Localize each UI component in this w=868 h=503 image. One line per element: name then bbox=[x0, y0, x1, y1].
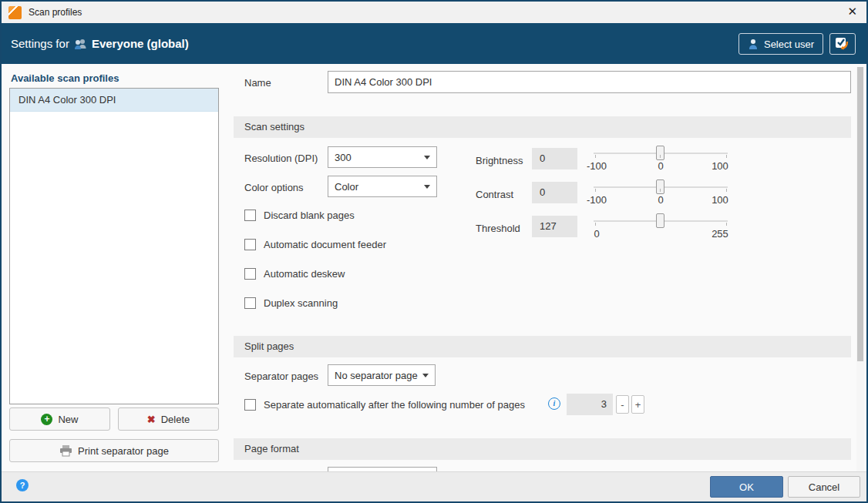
print-separator-label: Print separator page bbox=[78, 445, 169, 457]
contrast-value: 0 bbox=[532, 182, 577, 203]
apply-profile-button[interactable] bbox=[829, 33, 856, 55]
slider-tick bbox=[595, 189, 596, 192]
window-title: Scan profiles bbox=[29, 7, 82, 18]
settings-header: Settings for Everyone (global) Select us… bbox=[2, 23, 866, 64]
checkbox-row-automatic-deskew[interactable]: Automatic deskew bbox=[244, 268, 345, 280]
slider-tick bbox=[595, 223, 596, 226]
settings-for-text: Settings for Everyone (global) bbox=[11, 23, 189, 64]
slider-tick bbox=[595, 155, 596, 158]
slider-max-label: 100 bbox=[703, 160, 737, 172]
color-options-value: Color bbox=[335, 181, 358, 193]
new-profile-button[interactable]: + New bbox=[9, 407, 110, 431]
color-options-dropdown[interactable]: Color bbox=[328, 176, 437, 197]
split-pages-section-header: Split pages bbox=[234, 336, 851, 357]
close-icon[interactable]: ✕ bbox=[847, 5, 857, 18]
slider-min-label: 0 bbox=[580, 228, 614, 240]
title-bar: Scan profiles ✕ bbox=[2, 2, 866, 23]
brightness-label: Brightness bbox=[476, 155, 523, 166]
slider-max-label: 100 bbox=[703, 194, 737, 206]
checkbox-row-auto-separate[interactable]: Separate automatically after the followi… bbox=[244, 399, 525, 411]
delete-x-icon: ✖ bbox=[147, 414, 156, 425]
print-separator-button[interactable]: Print separator page bbox=[9, 439, 219, 462]
select-user-button[interactable]: Select user bbox=[738, 33, 823, 55]
resolution-value: 300 bbox=[335, 152, 352, 163]
slider-tick bbox=[726, 189, 727, 192]
group-users-icon bbox=[74, 39, 87, 49]
slider-tick bbox=[726, 155, 727, 158]
brightness-slider-handle[interactable] bbox=[656, 146, 664, 160]
checkbox-row-automatic-document-feeder[interactable]: Automatic document feeder bbox=[244, 239, 386, 250]
brightness-value: 0 bbox=[532, 148, 577, 169]
checkbox-label: Automatic document feeder bbox=[264, 239, 386, 250]
contrast-label: Contrast bbox=[476, 189, 513, 200]
checkbox-label: Automatic deskew bbox=[264, 268, 345, 280]
slider-min-label: -100 bbox=[580, 194, 614, 206]
separator-pages-value: No separator page bbox=[335, 370, 418, 381]
checkbox-box[interactable] bbox=[244, 268, 256, 280]
checkbox-box[interactable] bbox=[244, 399, 256, 411]
checkbox-box[interactable] bbox=[244, 297, 256, 309]
settings-for-label: Settings for bbox=[11, 37, 69, 50]
chevron-down-icon bbox=[424, 185, 430, 189]
help-icon[interactable]: ? bbox=[16, 479, 29, 491]
pages-decrement-button[interactable]: - bbox=[616, 395, 629, 414]
slider-mid-label: 0 bbox=[644, 160, 678, 172]
chevron-down-icon bbox=[422, 374, 429, 377]
pages-count-input[interactable]: 3 bbox=[567, 394, 613, 415]
separator-pages-dropdown[interactable]: No separator page bbox=[328, 364, 436, 386]
scrollbar-thumb[interactable] bbox=[857, 67, 863, 361]
select-user-label: Select user bbox=[764, 39, 814, 50]
delete-profile-button[interactable]: ✖ Delete bbox=[118, 407, 219, 431]
checkbox-row-duplex-scanning[interactable]: Duplex scanning bbox=[244, 297, 338, 309]
pages-increment-button[interactable]: + bbox=[631, 395, 644, 414]
slider-max-label: 255 bbox=[703, 228, 737, 240]
user-icon bbox=[748, 39, 759, 49]
threshold-value: 127 bbox=[532, 216, 577, 237]
dialog-footer: ? OK Cancel bbox=[2, 471, 866, 501]
checkbox-arrow-icon bbox=[835, 37, 850, 51]
available-profiles-title: Available scan profiles bbox=[11, 72, 119, 84]
slider-min-label: -100 bbox=[580, 160, 614, 172]
name-input[interactable] bbox=[328, 71, 851, 93]
slider-mid-label: 0 bbox=[644, 194, 678, 206]
chevron-down-icon bbox=[424, 156, 430, 159]
slider-tick bbox=[660, 189, 661, 192]
info-icon[interactable]: i bbox=[548, 397, 560, 410]
cancel-button[interactable]: Cancel bbox=[788, 476, 860, 498]
scan-settings-section-header: Scan settings bbox=[234, 116, 851, 138]
checkbox-label: Duplex scanning bbox=[264, 297, 338, 309]
app-logo-icon bbox=[8, 6, 22, 19]
auto-separate-label: Separate automatically after the followi… bbox=[264, 399, 525, 411]
threshold-label: Threshold bbox=[476, 223, 520, 234]
slider-tick bbox=[660, 155, 661, 158]
profile-list-item-selected[interactable]: DIN A4 Color 300 DPI bbox=[10, 89, 218, 112]
page-format-section-header: Page format bbox=[234, 438, 851, 460]
checkbox-row-discard-blank-pages[interactable]: Discard blank pages bbox=[244, 210, 355, 221]
scan-profiles-dialog: Scan profiles ✕ Settings for Everyone (g… bbox=[0, 0, 868, 503]
delete-button-label: Delete bbox=[161, 414, 190, 425]
name-label: Name bbox=[244, 77, 271, 89]
vertical-scrollbar[interactable] bbox=[856, 67, 864, 473]
scope-name: Everyone (global) bbox=[92, 37, 189, 50]
slider-tick bbox=[726, 223, 727, 226]
ok-button[interactable]: OK bbox=[710, 476, 783, 498]
separator-pages-label: Separator pages bbox=[244, 371, 318, 382]
threshold-slider-handle[interactable] bbox=[656, 213, 664, 228]
contrast-slider-handle[interactable] bbox=[656, 179, 664, 194]
new-button-label: New bbox=[58, 414, 78, 425]
checkbox-box[interactable] bbox=[244, 239, 256, 250]
checkbox-label: Discard blank pages bbox=[264, 210, 355, 221]
printer-icon bbox=[59, 445, 72, 457]
resolution-label: Resolution (DPI) bbox=[244, 153, 318, 164]
profiles-listbox[interactable]: DIN A4 Color 300 DPI bbox=[9, 88, 219, 404]
resolution-dropdown[interactable]: 300 bbox=[328, 146, 437, 168]
plus-icon: + bbox=[41, 414, 52, 425]
color-options-label: Color options bbox=[244, 182, 304, 193]
checkbox-box[interactable] bbox=[244, 210, 256, 221]
